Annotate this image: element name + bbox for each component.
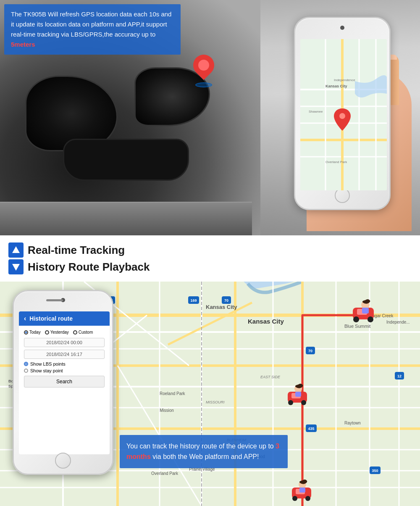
info-text-main: The TK905B Will refresh GPS location dat…	[11, 11, 171, 38]
info-box-bottom: You can track the history route of the d…	[120, 435, 288, 468]
svg-text:Blue Summit: Blue Summit	[344, 324, 370, 329]
up-arrow-icon	[8, 242, 24, 258]
history-route-label: History Route Playback	[8, 259, 185, 274]
phone2-screen: ‹ Historical route Today Yesterday	[19, 311, 110, 454]
checkbox-lbs[interactable]: Show LBS points	[24, 361, 105, 366]
phone-map: Kansas City Independence Shawnee Overlan…	[300, 39, 387, 190]
radio-custom-label: Custom	[79, 330, 93, 335]
checkbox-lbs-label: Show LBS points	[30, 361, 66, 366]
svg-text:Independence: Independence	[334, 78, 355, 82]
phone-screen-top: Kansas City Independence Shawnee Overlan…	[300, 39, 387, 190]
phone-device-top: Kansas City Independence Shawnee Overlan…	[294, 17, 391, 210]
svg-text:Roeland Park: Roeland Park	[160, 391, 186, 396]
checkbox-lbs-circle	[24, 362, 28, 366]
start-date-input[interactable]: 2018/02/24 00:00	[24, 338, 105, 347]
svg-rect-98	[299, 488, 305, 493]
svg-text:Kansas City: Kansas City	[206, 304, 237, 310]
end-date-input[interactable]: 2018/02/24 16:17	[24, 350, 105, 359]
svg-text:Overland Park: Overland Park	[326, 160, 347, 164]
phone-container-top: Kansas City Independence Shawnee Overlan…	[273, 4, 412, 231]
top-section: The TK905B Will refresh GPS location dat…	[0, 0, 420, 235]
svg-rect-92	[295, 392, 301, 397]
svg-text:70: 70	[308, 349, 312, 353]
radio-today-label: Today	[29, 330, 41, 335]
filter-checkboxes: Show LBS points Show stay point	[24, 361, 105, 373]
svg-text:Kansas City: Kansas City	[326, 84, 347, 88]
phone-container-bottom: ‹ Historical route Today Yesterday	[13, 290, 113, 475]
phone2-home-button[interactable]	[55, 453, 71, 469]
car-bumper	[0, 202, 252, 235]
app-header: ‹ Historical route	[19, 311, 110, 326]
svg-text:350: 350	[372, 469, 378, 473]
app-content: Today Yesterday Custom 2018/02/24 00:00	[19, 326, 110, 392]
phone2-speaker	[46, 299, 63, 301]
svg-text:EAST SIDE: EAST SIDE	[260, 375, 281, 379]
checkbox-stay[interactable]: Show stay point	[24, 368, 105, 373]
radio-custom-circle	[73, 330, 77, 335]
radio-yesterday-circle	[45, 330, 49, 335]
realtime-tracking-label: Real-time Tracking	[8, 242, 185, 258]
radio-custom[interactable]: Custom	[73, 330, 93, 335]
bottom-section: 635 169 70 24 32 70 12 435 350	[0, 282, 420, 506]
svg-text:435: 435	[308, 427, 314, 431]
features-section: Real-time Tracking History Route Playbac…	[0, 235, 420, 282]
pin-shadow	[195, 82, 212, 87]
info-highlight: 5meters	[11, 41, 35, 48]
history-route-text: History Route Playback	[28, 261, 150, 274]
radio-yesterday-label: Yesterday	[50, 330, 69, 335]
down-arrow-icon	[8, 259, 24, 274]
svg-point-95	[305, 496, 310, 501]
svg-text:Mission: Mission	[160, 408, 174, 413]
location-pin	[193, 55, 214, 84]
info-box-top: The TK905B Will refresh GPS location dat…	[4, 4, 181, 55]
svg-text:Shawnee: Shawnee	[309, 110, 323, 113]
phone-device-bottom: ‹ Historical route Today Yesterday	[13, 290, 113, 475]
phone-camera	[340, 26, 344, 30]
svg-point-82	[353, 316, 359, 322]
svg-rect-86	[362, 308, 369, 314]
bottom-info-text2: via both the Web platform and APP!	[151, 453, 259, 460]
radio-today-circle	[24, 330, 28, 335]
date-radio-group: Today Yesterday Custom	[24, 330, 105, 335]
realtime-tracking-text: Real-time Tracking	[28, 244, 125, 257]
svg-text:Independe...: Independe...	[386, 320, 410, 324]
svg-point-88	[288, 400, 293, 405]
radio-today[interactable]: Today	[24, 330, 41, 335]
svg-text:Kansas City: Kansas City	[248, 318, 284, 325]
svg-text:Overland Park: Overland Park	[151, 471, 178, 476]
svg-point-15	[339, 113, 345, 119]
pin-head	[189, 50, 219, 80]
radio-yesterday[interactable]: Yesterday	[45, 330, 69, 335]
car-grille	[63, 139, 189, 181]
svg-text:MISSOURI: MISSOURI	[206, 400, 225, 404]
down-arrow-svg	[11, 262, 21, 271]
svg-point-89	[301, 400, 306, 405]
back-button[interactable]: ‹	[24, 315, 26, 322]
up-arrow-svg	[11, 245, 21, 255]
svg-text:169: 169	[190, 298, 197, 303]
svg-text:70: 70	[224, 298, 228, 303]
svg-point-94	[292, 496, 297, 501]
svg-point-83	[368, 316, 373, 322]
feature-labels: Real-time Tracking History Route Playbac…	[8, 235, 185, 282]
svg-text:Raytown: Raytown	[344, 421, 361, 425]
svg-marker-16	[12, 246, 20, 253]
svg-marker-17	[12, 264, 20, 271]
bottom-info-text1: You can track the history route of the d…	[126, 443, 276, 450]
svg-text:12: 12	[397, 374, 402, 378]
checkbox-stay-label: Show stay point	[30, 368, 63, 373]
checkbox-stay-circle	[24, 369, 28, 373]
app-header-title: Historical route	[29, 315, 73, 322]
search-button[interactable]: Search	[24, 376, 105, 387]
